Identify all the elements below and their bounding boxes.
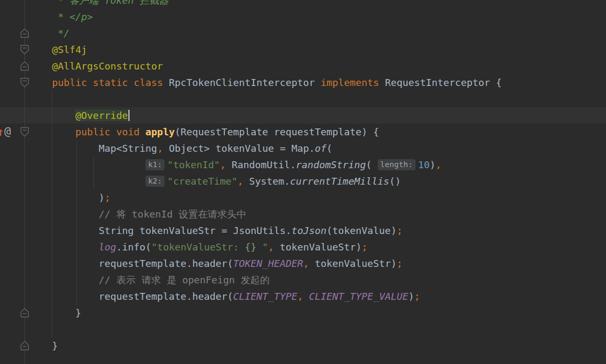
code-token: " <box>256 241 268 253</box>
inlay-hint: length: <box>378 159 415 170</box>
code-token: CLIENT_TYPE_VALUE <box>309 291 408 302</box>
code-token: RequestInterceptor { <box>385 77 501 88</box>
code-line: requestTemplate.header(TOKEN_HEADER, tok… <box>0 255 606 272</box>
code-token: , <box>237 176 243 187</box>
javadoc-line: * </p> <box>0 8 606 25</box>
code-line: requestTemplate.header(CLIENT_TYPE, CLIE… <box>0 288 606 305</box>
code-token: "tokenValueStr: <box>151 241 245 253</box>
inlay-hint: k1: <box>145 159 165 170</box>
code-line: } <box>0 305 606 321</box>
code-token: ) <box>408 291 414 302</box>
code-line: log.info("tokenValueStr: {} ", tokenValu… <box>0 239 606 255</box>
blank-line <box>0 321 606 337</box>
code-token: @Override <box>75 110 128 121</box>
code-lines: * 客户端 Token 拦截器 * </p> */@Slf4j@AllArgsC… <box>0 0 606 364</box>
code-line: } <box>0 337 606 354</box>
inlay-hint: k2: <box>145 176 165 187</box>
code-line: String tokenValueStr = JsonUtils.toJson(… <box>0 222 606 239</box>
code-token: RpcTokenClientInterceptor <box>169 77 321 88</box>
code-token: public void <box>75 126 145 137</box>
annotation-line: @Slf4j <box>0 41 606 58</box>
code-token: , <box>297 291 303 302</box>
code-token: (tokenValue) <box>326 225 396 236</box>
code-token <box>303 291 309 302</box>
code-token <box>52 126 75 137</box>
code-token: ; <box>414 291 420 302</box>
code-token: System. <box>243 176 290 187</box>
code-line: ); <box>0 189 606 206</box>
code-token: requestTemplate.header( <box>52 258 233 269</box>
javadoc-line: */ <box>0 25 606 41</box>
code-token: tokenValueStr) <box>274 241 361 253</box>
code-token: String tokenValueStr = JsonUtils. <box>52 225 291 236</box>
code-token: // 将 tokenId 设置在请求头中 <box>99 209 246 220</box>
blank-line <box>0 354 606 364</box>
code-token: } <box>52 340 58 351</box>
javadoc-line: * 客户端 Token 拦截器 <box>0 0 606 8</box>
code-token: * </p> <box>52 11 93 22</box>
code-token: ( <box>366 159 378 170</box>
code-token: .info( <box>116 241 151 253</box>
class-declaration-line: public static class RpcTokenClientInterc… <box>0 74 606 91</box>
code-token: log <box>99 241 116 253</box>
code-token: ; <box>396 225 402 236</box>
code-token: @AllArgsConstructor <box>52 60 163 72</box>
code-token <box>52 241 99 253</box>
text-caret <box>128 110 129 121</box>
code-token: TOKEN_HEADER <box>233 258 303 269</box>
code-token: CLIENT_TYPE <box>233 291 297 302</box>
code-token: // 表示 请求 是 openFeign 发起的 <box>99 274 270 285</box>
code-token: , <box>157 143 163 154</box>
code-editor: ↑ @ * 客户端 Token 拦截器 * </p> */@Slf4j@AllA… <box>0 0 606 364</box>
code-token: tokenValueStr) <box>309 258 396 269</box>
code-line: k2:"createTime", System.currentTimeMilli… <box>0 173 606 189</box>
code-line: k1:"tokenId", RandomUtil.randomString( l… <box>0 157 606 173</box>
override-annotation-line: @Override <box>0 107 606 124</box>
code-token: RandomUtil. <box>226 159 296 170</box>
code-token <box>52 274 99 285</box>
code-token: * 客户端 Token 拦截器 <box>52 0 169 6</box>
code-token: @Slf4j <box>52 44 87 55</box>
code-token: Object> tokenValue = Map. <box>163 143 315 154</box>
code-token: of <box>315 143 326 154</box>
comment-line: // 表示 请求 是 openFeign 发起的 <box>0 272 606 288</box>
code-token: ; <box>105 192 110 203</box>
code-token: {} <box>245 241 256 253</box>
code-token: } <box>52 307 81 318</box>
code-token: currentTimeMillis <box>290 176 389 187</box>
code-token: ; <box>396 258 402 269</box>
code-token: Map<String <box>52 143 157 154</box>
code-token: toJson <box>291 225 326 236</box>
code-token: randomString <box>296 159 366 170</box>
code-token: apply <box>145 126 175 137</box>
code-token <box>52 110 75 121</box>
method-declaration-line: public void apply(RequestTemplate reques… <box>0 124 606 140</box>
code-line: Map<String, Object> tokenValue = Map.of( <box>0 140 606 157</box>
code-token: public static class <box>52 77 169 88</box>
code-token: ( <box>326 143 332 154</box>
code-token: "tokenId" <box>167 159 220 170</box>
code-token: ) <box>430 159 436 170</box>
code-token: */ <box>52 28 70 39</box>
code-token: () <box>389 176 401 187</box>
code-token: "createTime" <box>167 176 237 187</box>
code-token: 10 <box>418 159 430 170</box>
code-token: ) <box>52 192 105 203</box>
code-token: requestTemplate.header( <box>52 291 233 302</box>
comment-line: // 将 tokenId 设置在请求头中 <box>0 206 606 222</box>
code-token <box>52 209 99 220</box>
code-token: , <box>436 159 441 170</box>
code-token: , <box>268 241 274 253</box>
code-token: , <box>303 258 309 269</box>
code-token: ; <box>361 241 367 253</box>
code-token <box>52 159 145 170</box>
annotation-line: @AllArgsConstructor <box>0 58 606 74</box>
code-token: (RequestTemplate requestTemplate) { <box>175 126 379 137</box>
code-token: implements <box>321 77 385 88</box>
blank-line <box>0 91 606 107</box>
code-token <box>52 176 145 187</box>
code-token: , <box>220 159 226 170</box>
